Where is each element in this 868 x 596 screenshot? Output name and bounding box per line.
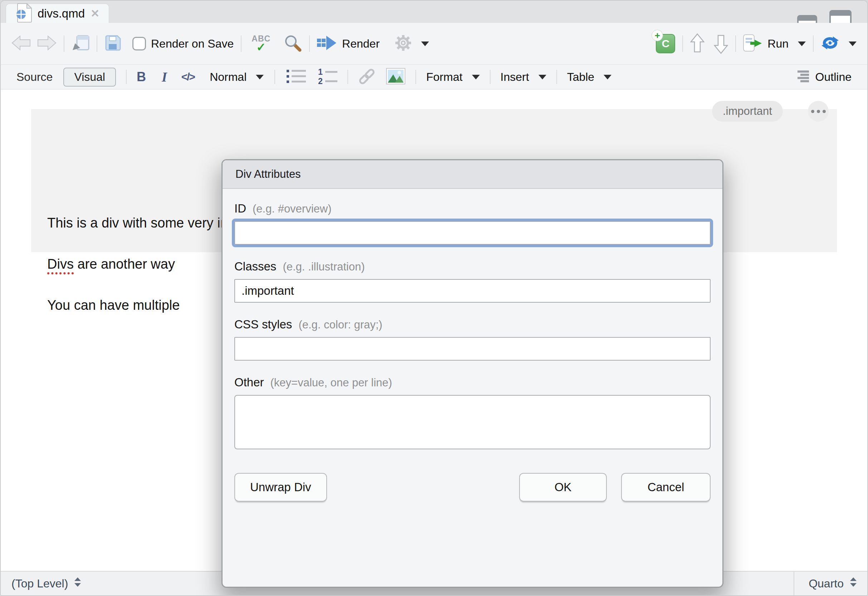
paragraph[interactable]: Divs are another way — [47, 257, 175, 272]
separator — [309, 35, 310, 52]
open-in-new-window-icon[interactable] — [72, 35, 89, 53]
image-icon[interactable] — [386, 68, 405, 86]
dialog-title: Div Attributes — [223, 160, 722, 189]
separator — [557, 70, 557, 84]
search-icon[interactable] — [283, 34, 302, 54]
forward-icon[interactable] — [37, 35, 56, 52]
separator — [415, 70, 416, 84]
gear-icon — [395, 34, 412, 53]
id-input[interactable] — [234, 221, 710, 245]
separator — [682, 35, 683, 52]
sync-arrows-icon — [821, 35, 839, 52]
tab-bar: divs.qmd ✕ — [1, 1, 867, 23]
rerun-source-button[interactable] — [821, 35, 856, 52]
misspelled-word[interactable]: Divs — [47, 257, 74, 274]
bullet-list-icon[interactable] — [286, 68, 307, 86]
id-field-label: ID (e.g. #overview) — [234, 202, 710, 215]
outline-level-selector[interactable]: (Top Level) — [1, 577, 81, 590]
separator — [97, 35, 97, 52]
paragraph-style-dropdown[interactable]: Normal — [210, 71, 264, 84]
classes-input[interactable] — [234, 279, 710, 302]
render-button[interactable]: Render — [317, 35, 379, 52]
outline-button[interactable]: Outline — [796, 69, 852, 85]
rstudio-source-pane: divs.qmd ✕ — [0, 0, 868, 596]
up-down-chevron-icon — [849, 577, 857, 590]
go-to-previous-chunk-icon[interactable] — [690, 33, 704, 54]
cancel-button[interactable]: Cancel — [621, 473, 710, 502]
div-attributes-dialog: Div Attributes ID (e.g. #overview) Class… — [221, 159, 723, 588]
chevron-down-icon — [849, 41, 856, 46]
render-on-save-checkbox[interactable] — [132, 37, 146, 50]
spellcheck-icon[interactable]: ABC ✓ — [251, 35, 270, 53]
document-format-selector[interactable]: Quarto — [794, 572, 867, 595]
render-label: Render — [342, 37, 379, 50]
quarto-file-icon — [15, 3, 32, 24]
render-options-button[interactable] — [395, 34, 429, 53]
main-toolbar: Render on Save ABC ✓ — [1, 23, 867, 64]
separator — [347, 70, 348, 84]
back-icon[interactable] — [12, 35, 31, 52]
separator — [64, 35, 64, 52]
chevron-down-icon — [539, 75, 546, 80]
format-toolbar: Source Visual B I </> Normal 1 2 — [1, 64, 867, 89]
up-down-chevron-icon — [74, 577, 81, 590]
chevron-down-icon — [421, 41, 429, 46]
svg-text:2: 2 — [318, 77, 323, 84]
ok-button[interactable]: OK — [519, 473, 607, 502]
link-icon[interactable] — [357, 66, 377, 87]
chevron-down-icon — [256, 75, 264, 80]
render-on-save-label[interactable]: Render on Save — [151, 37, 234, 50]
bold-button[interactable]: B — [137, 69, 146, 84]
separator — [813, 35, 813, 52]
separator — [275, 70, 275, 84]
ellipsis-icon — [811, 110, 814, 113]
paragraph[interactable]: You can have multiple — [47, 298, 180, 313]
chevron-down-icon — [604, 75, 611, 80]
unwrap-div-button[interactable]: Unwrap Div — [234, 473, 327, 502]
render-icon — [317, 35, 337, 52]
outline-icon — [796, 69, 810, 85]
italic-button[interactable]: I — [162, 69, 167, 85]
run-label: Run — [768, 37, 788, 50]
run-icon — [743, 34, 762, 53]
css-styles-input[interactable] — [234, 337, 710, 361]
div-class-badge[interactable]: .important — [712, 101, 783, 122]
tab-source-mode[interactable]: Source — [16, 71, 53, 84]
chevron-down-icon — [472, 75, 480, 80]
svg-text:1: 1 — [318, 68, 323, 77]
chevron-down-icon — [798, 41, 806, 46]
tab-visual-mode[interactable]: Visual — [63, 68, 116, 87]
run-button[interactable]: Run — [743, 34, 806, 53]
tab-title: divs.qmd — [38, 7, 85, 21]
tab-close-icon[interactable]: ✕ — [90, 8, 99, 19]
insert-chunk-icon[interactable]: C + — [656, 34, 675, 53]
insert-menu[interactable]: Insert — [500, 71, 546, 84]
save-icon[interactable] — [105, 34, 122, 53]
format-menu[interactable]: Format — [426, 71, 480, 84]
tab-divs-qmd[interactable]: divs.qmd ✕ — [6, 4, 109, 23]
div-options-button[interactable] — [808, 101, 829, 122]
other-field-label: Other (key=value, one per line) — [234, 376, 710, 389]
classes-field-label: Classes (e.g. .illustration) — [234, 260, 710, 273]
separator — [241, 35, 242, 52]
other-textarea[interactable] — [234, 395, 710, 449]
numbered-list-icon[interactable]: 1 2 — [317, 68, 338, 86]
table-menu[interactable]: Table — [567, 71, 612, 84]
separator — [490, 70, 490, 84]
separator — [735, 35, 736, 52]
go-to-next-chunk-icon[interactable] — [714, 33, 728, 54]
separator — [126, 70, 127, 84]
code-button[interactable]: </> — [182, 71, 195, 83]
css-styles-field-label: CSS styles (e.g. color: gray;) — [234, 318, 710, 331]
